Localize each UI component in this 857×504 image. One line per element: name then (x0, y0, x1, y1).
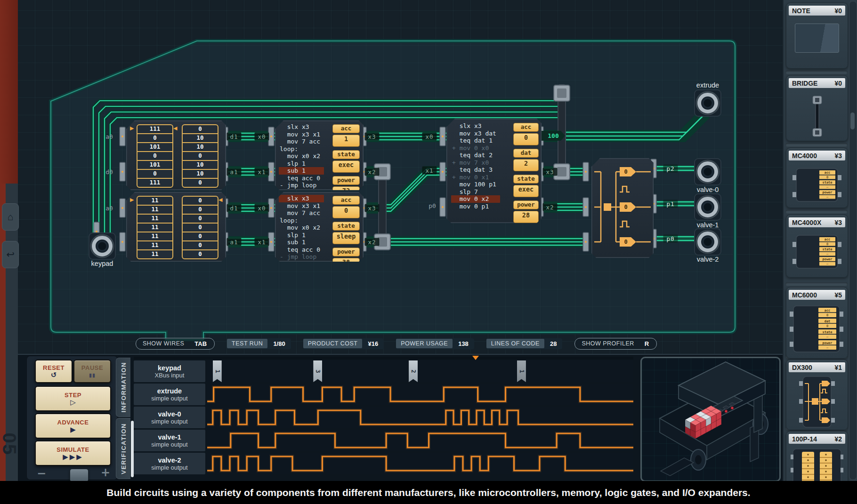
part-price: ¥1 (834, 364, 842, 371)
wire-label: x1 (422, 167, 437, 175)
speed-slider-handle[interactable] (70, 469, 89, 482)
mem-cell: 11 (137, 232, 172, 240)
part-note[interactable]: NOTE¥0 (786, 3, 848, 69)
svg-text:state: state (822, 248, 832, 251)
wave-track-valve-0 (207, 407, 633, 428)
part-100p-14[interactable]: 100P-14¥2 (786, 431, 848, 481)
svg-text:0: 0 (624, 204, 627, 210)
code-line: mov x3 dat (451, 130, 500, 137)
xbus-flag-marker: 3 (313, 360, 322, 382)
part-bridge[interactable]: BRIDGE¥0 (786, 75, 848, 141)
left-rail: ⌂ ↩ 05 (0, 0, 18, 481)
mc4000-chip-1[interactable]: slx x3 mov x3 x1 mov 7 accloop: mov x0 x… (275, 120, 364, 190)
io-label-valve-0: valve-0 (697, 186, 719, 193)
code-line: sub 1 (279, 167, 324, 175)
ram1-data-column[interactable]: 01010010100 (182, 124, 218, 188)
svg-text:0: 0 (826, 313, 828, 317)
part-label-bar: MC4000X¥3 (789, 217, 845, 227)
simulate-icon: ▶▶▶ (63, 454, 83, 461)
ram1-address-column[interactable]: 111010101010111 (137, 124, 173, 188)
sidebar-scrollbar-track[interactable] (849, 1, 857, 480)
sidebar-scrollbar-thumb[interactable] (850, 112, 855, 129)
reset-button[interactable]: RESET ↺ (35, 360, 73, 383)
register-acc: acc1 (332, 124, 360, 147)
pin-label: a0 (105, 205, 113, 212)
mem-cell: 0 (183, 240, 218, 249)
wire-label: x2 (542, 203, 557, 211)
part-mc4000[interactable]: MC4000¥3acc0state–power– (786, 148, 848, 208)
part-name: BRIDGE (792, 80, 817, 87)
mc6000-chip[interactable]: slx x3 mov x3 dat teq dat 1+ mov 0 x0 te… (446, 119, 542, 223)
mc4000-1-registers: acc1stateexecpower72 (332, 124, 360, 199)
svg-text:power: power (822, 257, 832, 261)
part-mc4000x[interactable]: MC4000X¥3acc0state–power– (786, 215, 848, 278)
wave-track-extrude (207, 384, 633, 405)
wire-label: d1 (226, 133, 241, 141)
part-label-bar: DX300¥1 (789, 362, 845, 372)
register-name: dat (513, 149, 539, 158)
part-label-bar: MC4000¥3 (789, 151, 845, 160)
svg-text:dat: dat (825, 320, 831, 323)
pause-button[interactable]: PAUSE ▮▮ (73, 360, 111, 383)
step-button[interactable]: STEP ▷ (35, 386, 111, 411)
register-value: sleep (332, 232, 360, 244)
status-power-usage: POWER USAGE138 (396, 338, 474, 349)
wave-label-keypad: keypadXBus input (134, 360, 205, 382)
waveform-time-strip (134, 357, 633, 360)
home-button[interactable]: ⌂ (2, 203, 19, 231)
code-line: teq acc 0 (279, 175, 324, 182)
io-label-extrude: extrude (696, 81, 719, 89)
part-dx300[interactable]: DX300¥1 (786, 360, 848, 430)
code-line: sub 1 (279, 239, 324, 246)
wire-label: a1 (226, 238, 241, 246)
tab-verification[interactable]: VERIFICATION (116, 418, 130, 479)
mem-cell: 0 (183, 151, 218, 160)
time-marker-icon (472, 356, 479, 360)
part-thumbnail (786, 446, 848, 481)
status-show-wires[interactable]: SHOW WIRESTAB (136, 338, 215, 350)
code-line: slp 1 (279, 160, 324, 168)
mem-cell: 0 (137, 151, 172, 160)
step-icon: ▷ (70, 399, 76, 406)
part-mc6000[interactable]: MC6000¥5acc0dat0state–power– (786, 287, 848, 359)
advance-button[interactable]: ADVANCE ▶ (35, 413, 111, 439)
flag-value: 2 (410, 369, 417, 373)
code-line: teq dat 2 (451, 152, 500, 159)
code-line: mov x3 x1 (279, 202, 324, 210)
ram-chip-2[interactable]: ▶ ◀ 11111111111111 0000000 (126, 192, 226, 262)
speed-minus-button[interactable]: − (37, 467, 46, 480)
part-thumbnail (786, 18, 848, 53)
mem-cell: 0 (183, 214, 218, 223)
advance-label: ADVANCE (57, 419, 89, 426)
simulate-button[interactable]: SIMULATE ▶▶▶ (35, 440, 111, 466)
wave-name: keypad (134, 364, 205, 372)
ram2-data-column[interactable]: 0000000 (182, 196, 218, 259)
ram2-address-column[interactable]: 11111111111111 (137, 196, 173, 259)
svg-text:power: power (822, 341, 832, 345)
undo-button[interactable]: ↩ (2, 241, 19, 268)
register-value: 2 (513, 159, 539, 171)
mc4000-2-code[interactable]: slx x3 mov x3 x1 mov 7 accloop: mov x0 x… (279, 195, 324, 261)
mem-cell: 11 (137, 205, 172, 214)
parts-sidebar: NOTE¥0BRIDGE¥0MC4000¥3acc0state–power–MC… (783, 0, 857, 481)
part-label-bar: 100P-14¥2 (789, 434, 845, 444)
tab-information[interactable]: INFORMATION (116, 358, 130, 417)
part-label-bar: MC6000¥5 (789, 290, 845, 300)
mem-cell: 10 (183, 169, 218, 178)
ram-chip-1[interactable]: ▶ ◀ 111010101010111 01010010100 (126, 120, 226, 190)
dx300-internal-traces: 000 (591, 158, 654, 258)
mc6000-code[interactable]: slx x3 mov x3 dat teq dat 1+ mov 0 x0 te… (451, 122, 500, 210)
wave-name: valve-1 (134, 433, 205, 441)
device-preview (640, 357, 781, 482)
sidebar-groove (785, 282, 848, 286)
code-line: mov 7 acc (279, 209, 324, 217)
speed-plus-button[interactable]: + (101, 466, 110, 479)
mem-cell: 0 (183, 249, 218, 258)
simulate-label: SIMULATE (57, 446, 89, 453)
svg-text:0: 0 (826, 242, 828, 246)
dx300-chip[interactable]: 000 (591, 158, 654, 258)
status-show-profiler[interactable]: SHOW PROFILERR (574, 338, 657, 350)
reset-icon: ↺ (51, 372, 57, 379)
mc4000-chip-2[interactable]: slx x3 mov x3 x1 mov 7 accloop: mov x0 x… (275, 192, 364, 262)
mc4000-1-code[interactable]: slx x3 mov x3 x1 mov 7 accloop: mov x0 x… (279, 123, 324, 189)
